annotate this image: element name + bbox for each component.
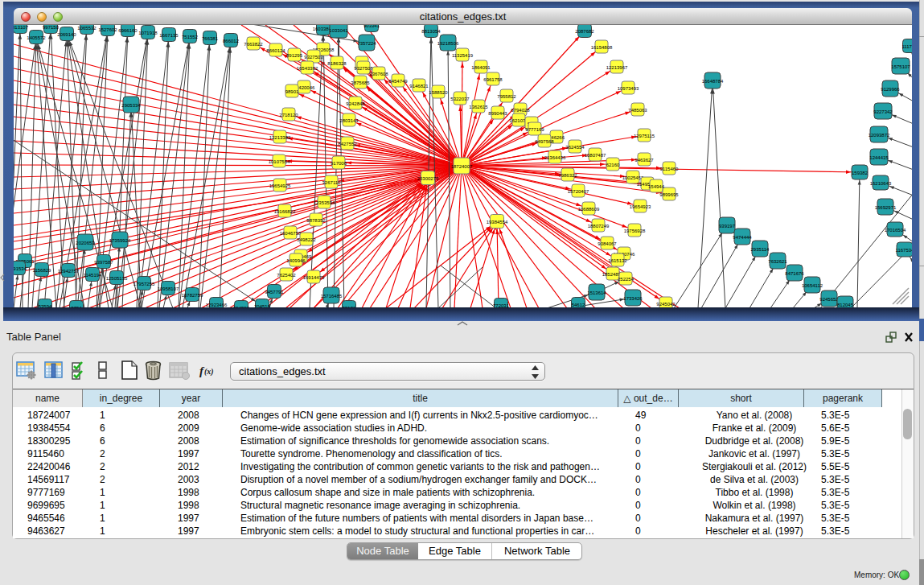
svg-text:8660124: 8660124 xyxy=(266,48,285,53)
svg-text:8794: 8794 xyxy=(71,306,82,308)
svg-text:7663822: 7663822 xyxy=(244,42,263,47)
svg-text:903341: 903341 xyxy=(363,25,380,28)
svg-text:17016504: 17016504 xyxy=(885,228,906,233)
svg-text:159382: 159382 xyxy=(852,171,869,175)
svg-text:891295: 891295 xyxy=(286,53,303,58)
svg-text:2935114: 2935114 xyxy=(751,247,770,252)
svg-text:12923466: 12923466 xyxy=(206,303,228,307)
svg-text:6961758: 6961758 xyxy=(483,77,503,82)
svg-text:8990443: 8990443 xyxy=(488,111,507,116)
svg-text:18807249: 18807249 xyxy=(588,224,610,229)
svg-text:7357224: 7357224 xyxy=(357,41,376,46)
svg-text:1615132: 1615132 xyxy=(608,258,627,263)
svg-text:2718120: 2718120 xyxy=(279,113,298,117)
svg-text:21364436: 21364436 xyxy=(544,155,566,160)
svg-text:10807487: 10807487 xyxy=(585,153,606,158)
svg-text:2803144: 2803144 xyxy=(339,118,359,123)
svg-text:9327508: 9327508 xyxy=(354,66,373,71)
svg-text:12213382: 12213382 xyxy=(269,135,291,140)
svg-text:99181: 99181 xyxy=(343,306,356,308)
svg-text:751552: 751552 xyxy=(182,35,199,39)
svg-text:994520: 994520 xyxy=(233,306,250,308)
svg-text:19654925: 19654925 xyxy=(269,183,291,188)
svg-text:17957255: 17957255 xyxy=(133,282,155,286)
svg-text:1167534: 1167534 xyxy=(896,248,912,253)
svg-text:2020653: 2020653 xyxy=(76,241,95,245)
svg-text:1145194: 1145194 xyxy=(84,273,103,278)
svg-text:813107: 813107 xyxy=(14,25,29,30)
svg-text:16914479: 16914479 xyxy=(303,275,325,280)
svg-text:391534: 391534 xyxy=(14,266,27,271)
svg-text:1527602: 1527602 xyxy=(98,27,117,32)
svg-text:5498222: 5498222 xyxy=(297,237,316,242)
svg-text:2087682: 2087682 xyxy=(575,29,594,34)
svg-text:6497568: 6497568 xyxy=(535,139,554,144)
svg-text:(x): (x) xyxy=(204,367,214,377)
svg-text:2905334: 2905334 xyxy=(121,103,141,108)
svg-text:19654923: 19654923 xyxy=(630,204,651,209)
svg-text:9245652: 9245652 xyxy=(819,297,839,302)
svg-text:16543362: 16543362 xyxy=(297,66,318,71)
svg-text:62160: 62160 xyxy=(606,163,620,167)
svg-text:9397587: 9397587 xyxy=(94,260,113,265)
svg-text:9227342: 9227342 xyxy=(873,109,893,114)
svg-text:12213967: 12213967 xyxy=(606,65,628,70)
svg-text:766381: 766381 xyxy=(202,36,219,41)
svg-text:8427552: 8427552 xyxy=(338,142,357,146)
svg-text:2069140: 2069140 xyxy=(57,32,76,37)
svg-text:12093872: 12093872 xyxy=(869,133,890,138)
svg-text:866012: 866012 xyxy=(223,39,240,43)
svg-text:10958107: 10958107 xyxy=(158,286,179,291)
svg-text:9457791: 9457791 xyxy=(265,290,284,295)
svg-text:10973493: 10973493 xyxy=(618,86,639,91)
svg-text:1409946: 1409946 xyxy=(286,258,306,263)
svg-text:9474444: 9474444 xyxy=(733,235,752,240)
svg-text:15716485: 15716485 xyxy=(321,294,343,299)
svg-text:9115460: 9115460 xyxy=(660,167,680,171)
svg-text:16154808: 16154808 xyxy=(591,45,613,50)
svg-text:7485063: 7485063 xyxy=(628,108,647,113)
svg-text:3875685: 3875685 xyxy=(351,80,370,85)
svg-text:1405572: 1405572 xyxy=(27,35,46,40)
svg-text:154944: 154944 xyxy=(648,184,665,189)
svg-text:6966160: 6966160 xyxy=(118,28,138,33)
svg-text:9463627: 9463627 xyxy=(634,158,654,163)
svg-text:3624554: 3624554 xyxy=(565,145,585,150)
svg-text:1733426: 1733426 xyxy=(623,296,643,301)
svg-text:9129966: 9129966 xyxy=(881,87,900,92)
svg-text:939197: 939197 xyxy=(719,224,736,229)
svg-text:7632621: 7632621 xyxy=(768,259,787,264)
svg-text:1575107: 1575107 xyxy=(891,64,910,69)
svg-text:772031: 772031 xyxy=(493,303,510,308)
svg-text:16046758: 16046758 xyxy=(280,231,302,236)
svg-text:19166822: 19166822 xyxy=(274,209,296,214)
svg-text:1065532: 1065532 xyxy=(77,26,97,31)
svg-text:10688609: 10688609 xyxy=(578,207,600,212)
svg-text:12942757: 12942757 xyxy=(58,269,80,274)
svg-text:16648784: 16648784 xyxy=(702,79,724,84)
svg-text:11325419: 11325419 xyxy=(452,53,474,58)
svg-text:16782759: 16782759 xyxy=(182,293,203,298)
svg-text:8471676: 8471676 xyxy=(785,271,804,276)
svg-text:1071918: 1071918 xyxy=(138,31,158,35)
svg-text:7955812: 7955812 xyxy=(497,94,516,99)
svg-text:15692971: 15692971 xyxy=(875,205,897,210)
svg-text:1244415: 1244415 xyxy=(869,155,889,160)
svg-text:1362615: 1362615 xyxy=(469,105,488,109)
svg-text:1588520: 1588520 xyxy=(429,90,448,95)
svg-text:8186328: 8186328 xyxy=(327,61,347,66)
svg-text:12975115: 12975115 xyxy=(634,134,655,138)
svg-text:54612: 54612 xyxy=(572,303,585,307)
svg-text:98901: 98901 xyxy=(285,89,299,94)
svg-text:1033041: 1033041 xyxy=(329,28,348,33)
svg-text:12505135: 12505135 xyxy=(106,276,128,281)
svg-text:204518: 204518 xyxy=(254,304,271,308)
svg-text:9899695: 9899695 xyxy=(659,192,679,197)
svg-text:19756928: 19756928 xyxy=(624,229,646,233)
svg-text:5878352: 5878352 xyxy=(306,218,326,223)
svg-text:111738: 111738 xyxy=(901,44,912,49)
svg-text:12353594: 12353594 xyxy=(314,200,335,205)
svg-text:812045: 812045 xyxy=(837,303,854,307)
svg-text:9777169: 9777169 xyxy=(525,127,544,132)
svg-text:2367608: 2367608 xyxy=(369,72,388,76)
